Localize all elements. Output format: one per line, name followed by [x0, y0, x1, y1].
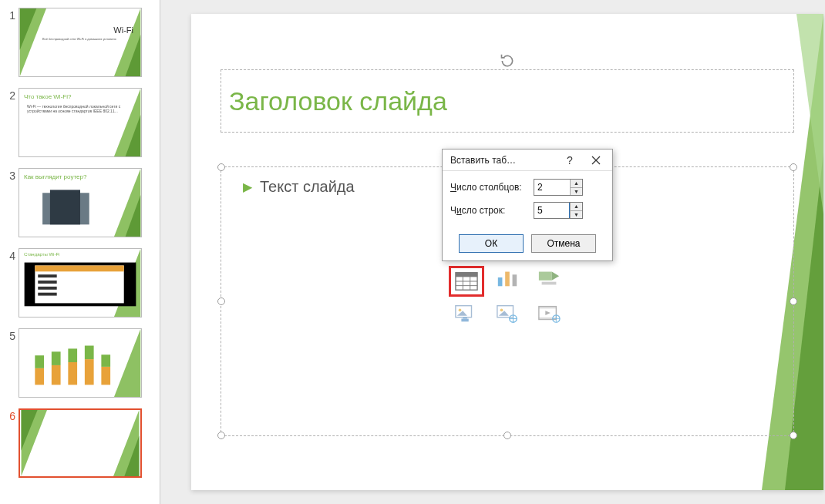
rotate-handle-icon[interactable]: [500, 53, 515, 72]
thumbnail-row[interactable]: 3 Как выглядит роутер?: [5, 168, 155, 237]
svg-rect-59: [539, 318, 557, 320]
content-label-text: Текст слайда: [260, 178, 355, 196]
slide-decoration: [19, 8, 141, 76]
columns-spinner[interactable]: ▲ ▼: [534, 179, 583, 196]
resize-handle[interactable]: [790, 432, 797, 439]
svg-marker-1: [20, 8, 37, 50]
svg-marker-46: [552, 272, 559, 281]
thumbnail-slide-5[interactable]: [19, 328, 142, 398]
svg-rect-47: [542, 282, 557, 285]
svg-rect-12: [35, 266, 123, 304]
thumb-title: Что такое Wi-Fi?: [24, 93, 71, 100]
insert-content-icons: [449, 266, 566, 329]
dialog-titlebar[interactable]: Вставить таб… ?: [443, 150, 612, 171]
thumbnail-slide-6[interactable]: [19, 408, 142, 478]
svg-marker-7: [126, 195, 141, 237]
insert-online-picture-icon[interactable]: [490, 301, 524, 326]
thumbnail-row[interactable]: 2 Что такое Wi-Fi? Wi-Fi — технология бе…: [5, 88, 155, 157]
slide-canvas[interactable]: Заголовок слайда ▶ Текст слайда: [191, 14, 823, 490]
slide-decoration: [20, 410, 140, 476]
svg-rect-13: [35, 266, 123, 272]
svg-rect-16: [38, 287, 56, 290]
svg-marker-6: [114, 169, 140, 237]
spinner-up-icon[interactable]: ▲: [571, 180, 582, 188]
content-label: ▶ Текст слайда: [243, 178, 355, 196]
thumbnail-row[interactable]: 6: [5, 408, 155, 478]
insert-table-icon[interactable]: [449, 266, 484, 297]
slide-decoration: [19, 329, 141, 397]
dialog-body: Число столбцов: ▲ ▼ Число строк:: [443, 171, 612, 230]
svg-marker-0: [20, 8, 46, 76]
insert-video-icon[interactable]: [532, 301, 566, 326]
thumbnail-slide-4[interactable]: Стандарты Wi-Fi: [19, 248, 142, 318]
thumbnail-slide-2[interactable]: Что такое Wi-Fi? Wi-Fi — технология бесп…: [19, 88, 142, 157]
svg-marker-31: [113, 410, 139, 476]
svg-rect-37: [456, 273, 477, 277]
rows-spinner[interactable]: ▲ ▼: [534, 202, 583, 219]
thumb-title: Wi-Fi: [113, 25, 133, 35]
thumbnail-row[interactable]: 4 Стандарты Wi-Fi: [5, 248, 155, 318]
ok-button[interactable]: ОК: [459, 234, 524, 253]
svg-rect-43: [505, 272, 510, 287]
resize-handle[interactable]: [790, 163, 797, 171]
slide-number: 6: [5, 408, 19, 422]
svg-marker-32: [124, 435, 139, 476]
svg-marker-55: [499, 311, 509, 316]
dialog-close-button[interactable]: [583, 151, 609, 170]
svg-point-54: [500, 308, 503, 311]
insert-chart-icon[interactable]: [490, 266, 524, 291]
svg-rect-27: [101, 367, 110, 385]
svg-rect-21: [52, 365, 61, 385]
svg-rect-23: [68, 362, 77, 385]
thumb-title: Стандарты Wi-Fi: [24, 252, 59, 257]
spinner-up-icon[interactable]: ▲: [571, 203, 582, 211]
rows-input[interactable]: [534, 203, 570, 218]
bullet-arrow-icon: ▶: [243, 180, 252, 194]
resize-handle[interactable]: [503, 432, 511, 439]
cancel-button[interactable]: Отмена: [531, 234, 596, 253]
svg-rect-42: [498, 277, 503, 286]
insert-smartart-icon[interactable]: [532, 266, 566, 291]
thumbnail-row[interactable]: 5: [5, 328, 155, 398]
svg-rect-22: [52, 351, 61, 365]
svg-rect-44: [513, 274, 517, 286]
svg-marker-2: [114, 8, 140, 76]
title-text: Заголовок слайда: [229, 86, 447, 116]
dialog-title: Вставить таб…: [450, 155, 557, 166]
slide-number: 3: [5, 168, 19, 182]
resize-handle[interactable]: [217, 432, 225, 439]
svg-marker-30: [22, 410, 38, 451]
svg-rect-25: [85, 359, 94, 385]
thumbnail-row[interactable]: 1 Wi-Fi Всё беспроводной сети Wi-Fi в до…: [5, 8, 155, 77]
resize-handle[interactable]: [217, 297, 225, 305]
svg-point-49: [459, 308, 462, 311]
slide-editor-area: Заголовок слайда ▶ Текст слайда: [160, 0, 825, 504]
thumbnail-slide-3[interactable]: Как выглядит роутер?: [19, 168, 142, 237]
columns-label: Число столбцов:: [450, 182, 534, 193]
svg-rect-20: [35, 355, 44, 368]
svg-rect-28: [101, 354, 110, 367]
thumb-title: Как выглядит роутер?: [24, 173, 86, 180]
dialog-help-button[interactable]: ?: [557, 151, 583, 170]
svg-rect-51: [461, 319, 468, 322]
svg-rect-9: [50, 190, 80, 224]
slide-thumbnails-panel: 1 Wi-Fi Всё беспроводной сети Wi-Fi в до…: [0, 0, 160, 504]
thumbnail-slide-1[interactable]: Wi-Fi Всё беспроводной сети Wi-Fi в дома…: [19, 8, 142, 77]
spinner-down-icon[interactable]: ▼: [571, 188, 582, 196]
svg-rect-52: [463, 318, 467, 319]
resize-handle[interactable]: [217, 163, 225, 171]
columns-input[interactable]: [534, 180, 570, 195]
svg-rect-14: [38, 274, 56, 277]
resize-handle[interactable]: [790, 297, 797, 305]
svg-marker-5: [126, 115, 141, 156]
slide-number: 4: [5, 248, 19, 262]
slide-number: 1: [5, 8, 19, 22]
close-icon: [591, 156, 601, 165]
spinner-down-icon[interactable]: ▼: [571, 211, 582, 219]
svg-marker-18: [114, 329, 140, 397]
svg-rect-8: [42, 193, 89, 224]
insert-picture-icon[interactable]: [449, 301, 483, 326]
svg-rect-17: [38, 293, 56, 296]
title-placeholder[interactable]: Заголовок слайда: [221, 69, 794, 133]
svg-rect-11: [25, 263, 136, 307]
